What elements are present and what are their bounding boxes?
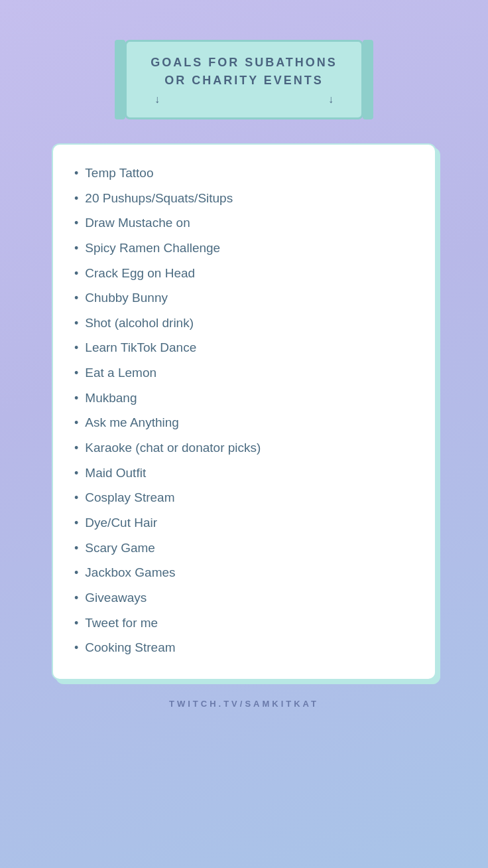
bullet-icon: • <box>74 467 78 479</box>
item-label: Jackbox Games <box>85 564 175 581</box>
item-label: Mukbang <box>85 390 137 407</box>
arrow-left-icon: ↓ <box>154 94 160 106</box>
item-label: Maid Outfit <box>85 465 146 482</box>
list-item: •Mukbang <box>74 386 414 411</box>
list-item: •Spicy Ramen Challenge <box>74 236 414 261</box>
list-item: •Jackbox Games <box>74 560 414 585</box>
bullet-icon: • <box>74 342 78 354</box>
list-item: •Cosplay Stream <box>74 485 414 510</box>
list-item: •Learn TikTok Dance <box>74 335 414 360</box>
bullet-icon: • <box>74 492 78 504</box>
list-item: •20 Pushups/Squats/Situps <box>74 186 414 211</box>
list-item: •Crack Egg on Head <box>74 261 414 286</box>
list-item: •Dye/Cut Hair <box>74 510 414 536</box>
bullet-icon: • <box>74 542 78 554</box>
item-label: Karaoke (chat or donator picks) <box>85 439 261 457</box>
item-label: Learn TikTok Dance <box>85 339 196 356</box>
list-item: •Eat a Lemon <box>74 360 414 386</box>
item-label: Scary Game <box>85 540 155 557</box>
bullet-icon: • <box>74 367 78 379</box>
item-label: Eat a Lemon <box>85 364 156 382</box>
item-label: Tweet for me <box>85 615 158 632</box>
bullet-icon: • <box>74 442 78 454</box>
list-item: •Karaoke (chat or donator picks) <box>74 435 414 461</box>
title-card: GOALS FOR SUBATHONS OR CHARITY EVENTS ↓ … <box>125 40 363 119</box>
item-label: Ask me Anything <box>85 414 179 431</box>
bullet-icon: • <box>74 567 78 579</box>
list-item: •Tweet for me <box>74 611 414 636</box>
bullet-icon: • <box>74 317 78 329</box>
bullet-icon: • <box>74 392 78 404</box>
list-item: •Cooking Stream <box>74 635 414 660</box>
item-label: Shot (alcohol drink) <box>85 315 194 332</box>
arrows-row: ↓ ↓ <box>148 94 340 106</box>
bullet-icon: • <box>74 642 78 654</box>
item-label: Temp Tattoo <box>85 165 153 182</box>
list-item: •Shot (alcohol drink) <box>74 311 414 336</box>
item-label: Crack Egg on Head <box>85 265 195 282</box>
list-item: •Maid Outfit <box>74 461 414 486</box>
item-label: Chubby Bunny <box>85 289 168 307</box>
title-text: GOALS FOR SUBATHONS OR CHARITY EVENTS <box>148 54 340 90</box>
bullet-icon: • <box>74 517 78 529</box>
bullet-icon: • <box>74 592 78 604</box>
bullet-icon: • <box>74 417 78 429</box>
item-label: Cooking Stream <box>85 639 175 656</box>
list-item: •Giveaways <box>74 585 414 611</box>
item-label: 20 Pushups/Squats/Situps <box>85 190 233 207</box>
footer-text: TWITCH.TV/SAMKITKAT <box>169 699 319 709</box>
item-label: Dye/Cut Hair <box>85 514 157 532</box>
bullet-icon: • <box>74 242 78 254</box>
goals-list-card: •Temp Tattoo•20 Pushups/Squats/Situps•Dr… <box>52 143 436 680</box>
bullet-icon: • <box>74 217 78 229</box>
bullet-icon: • <box>74 617 78 629</box>
item-label: Spicy Ramen Challenge <box>85 240 220 257</box>
bullet-icon: • <box>74 267 78 279</box>
arrow-right-icon: ↓ <box>328 94 334 106</box>
item-label: Cosplay Stream <box>85 489 174 506</box>
list-item: •Scary Game <box>74 536 414 561</box>
list-item: •Ask me Anything <box>74 410 414 435</box>
bullet-icon: • <box>74 167 78 179</box>
bullet-icon: • <box>74 292 78 304</box>
bullet-icon: • <box>74 192 78 204</box>
list-item: •Temp Tattoo <box>74 161 414 186</box>
list-item: •Chubby Bunny <box>74 285 414 311</box>
item-label: Draw Mustache on <box>85 214 190 232</box>
item-label: Giveaways <box>85 589 147 607</box>
list-item: •Draw Mustache on <box>74 210 414 236</box>
